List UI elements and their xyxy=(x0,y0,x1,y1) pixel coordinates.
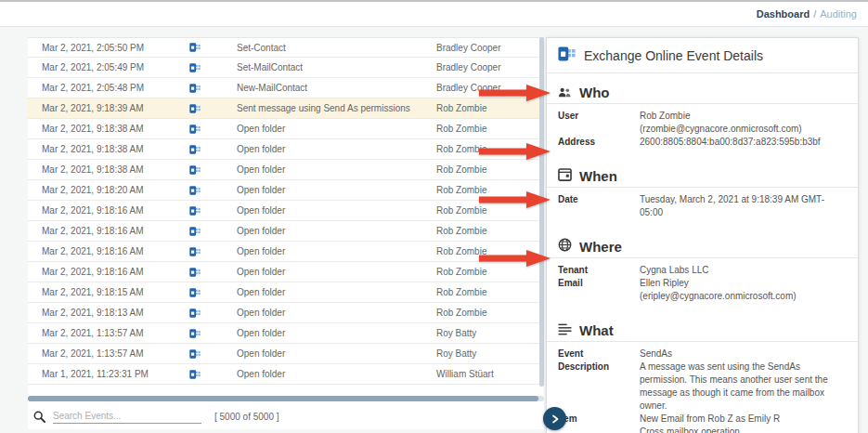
field-value-line: Tuesday, March 2, 2021 at 9:18:39 AM GMT… xyxy=(640,193,847,219)
section-who: Who User Rob Zombie (rzombie@cygnacore.o… xyxy=(547,82,858,157)
event-name: New-MailContact xyxy=(237,83,436,93)
table-row[interactable]: Mar 2, 2021, 2:05:49 PM Set-MailContactB… xyxy=(28,58,544,78)
event-details-panel: Exchange Online Event Details Who User R… xyxy=(546,37,859,433)
breadcrumb-dashboard[interactable]: Dashboard xyxy=(757,8,810,20)
exchange-icon xyxy=(189,145,201,154)
section-fields: User Rob Zombie (rzombie@cygnacore.onmic… xyxy=(547,104,858,157)
table-row[interactable]: Mar 2, 2021, 2:05:50 PM Set-ContactBradl… xyxy=(28,37,544,58)
table-row[interactable]: Mar 2, 2021, 9:18:16 AM Open folderRob Z… xyxy=(28,201,544,221)
field-value-line: Rob Zombie (rzombie@cygnacore.onmicrosof… xyxy=(640,110,847,136)
field-row: Item New Email from Rob Z as Emily RCros… xyxy=(558,413,847,433)
red-arrow-where xyxy=(479,190,551,209)
search-icon xyxy=(33,411,45,423)
event-user: Rob Zombie xyxy=(436,287,544,297)
event-timestamp: Mar 2, 2021, 1:13:57 AM xyxy=(42,328,153,338)
event-user: Rob Zombie xyxy=(436,103,544,113)
event-timestamp: Mar 2, 2021, 9:18:15 AM xyxy=(42,287,153,297)
section-header: What xyxy=(547,320,858,342)
horizontal-scrollbar-thumb[interactable] xyxy=(28,396,538,401)
field-label: Item xyxy=(558,413,640,433)
section-fields: Date Tuesday, March 2, 2021 at 9:18:39 A… xyxy=(547,188,858,228)
section-header: When xyxy=(547,165,858,188)
exchange-icon xyxy=(189,349,201,359)
exchange-icon xyxy=(189,206,201,216)
event-name: Open folder xyxy=(237,226,436,236)
calendar-icon xyxy=(558,167,572,185)
field-row: Address 2600:8805:8804:ba00:8d37:a823:59… xyxy=(558,136,847,149)
table-row[interactable]: Mar 2, 2021, 9:18:39 AM Sent message usi… xyxy=(28,98,544,119)
event-timestamp: Mar 2, 2021, 9:18:13 AM xyxy=(42,308,153,318)
field-label: Description xyxy=(558,361,640,413)
field-value: Tuesday, March 2, 2021 at 9:18:39 AM GMT… xyxy=(640,193,847,219)
event-timestamp: Mar 2, 2021, 2:05:49 PM xyxy=(42,62,153,72)
section-what: What Event SendAs Description A message … xyxy=(547,320,858,433)
table-row[interactable]: Mar 2, 2021, 9:18:38 AM Open folderRob Z… xyxy=(28,139,544,160)
field-row: Event SendAs xyxy=(558,348,847,361)
event-timestamp: Mar 1, 2021, 11:23:31 PM xyxy=(42,369,153,379)
event-user: Roy Batty xyxy=(436,348,544,359)
event-name: Open folder xyxy=(237,267,436,277)
event-timestamp: Mar 2, 2021, 9:18:16 AM xyxy=(42,205,153,216)
table-row[interactable]: Mar 1, 2021, 11:23:31 PM Open folderWill… xyxy=(28,364,544,385)
field-label: Email xyxy=(558,277,640,303)
field-value-line: A message was sent using the SendAs perm… xyxy=(640,361,847,413)
exchange-icon xyxy=(189,125,201,134)
event-timestamp: Mar 2, 2021, 2:05:50 PM xyxy=(42,43,153,53)
red-arrow-when xyxy=(479,142,551,161)
events-count: [ 5000 of 5000 ] xyxy=(214,412,279,422)
exchange-icon xyxy=(189,227,201,236)
next-page-button[interactable] xyxy=(543,407,566,430)
event-name: Open folder xyxy=(237,348,436,359)
event-timestamp: Mar 2, 2021, 9:18:39 AM xyxy=(42,103,153,113)
horizontal-scrollbar[interactable] xyxy=(28,396,544,401)
people-icon xyxy=(558,85,572,101)
table-row[interactable]: Mar 2, 2021, 9:18:16 AM Open folderRob Z… xyxy=(28,221,544,242)
exchange-icon xyxy=(189,247,201,256)
field-value-line: Cross mailbox operation xyxy=(640,426,847,433)
event-name: Open folder xyxy=(237,164,436,175)
search-events-input[interactable] xyxy=(53,409,201,424)
event-name: Open folder xyxy=(237,328,436,338)
event-name: Open folder xyxy=(237,124,436,134)
globe-icon xyxy=(558,238,572,256)
exchange-icon xyxy=(189,308,201,318)
table-row[interactable]: Mar 2, 2021, 9:18:16 AM Open folderRob Z… xyxy=(28,242,544,262)
event-timestamp: Mar 2, 2021, 9:18:16 AM xyxy=(42,267,153,277)
event-name: Open folder xyxy=(237,287,436,297)
event-name: Open folder xyxy=(237,144,436,154)
table-row[interactable]: Mar 2, 2021, 9:18:38 AM Open folderRob Z… xyxy=(28,119,544,139)
table-row[interactable]: Mar 2, 2021, 9:18:15 AM Open folderRob Z… xyxy=(28,282,544,303)
table-row[interactable]: Mar 2, 2021, 2:05:48 PM New-MailContactB… xyxy=(28,78,544,98)
table-footer: [ 5000 of 5000 ] xyxy=(28,403,544,429)
section-title: Where xyxy=(579,239,622,255)
table-body: Mar 2, 2021, 2:05:50 PM Set-ContactBradl… xyxy=(28,37,544,385)
events-table: Mar 2, 2021, 2:05:50 PM Set-ContactBradl… xyxy=(28,37,544,429)
table-row[interactable]: Mar 2, 2021, 9:18:16 AM Open folderRob Z… xyxy=(28,262,544,282)
event-name: Set-Contact xyxy=(237,43,436,53)
section-header: Who xyxy=(547,82,858,104)
field-value: Rob Zombie (rzombie@cygnacore.onmicrosof… xyxy=(640,110,847,136)
table-row[interactable]: Mar 2, 2021, 9:18:38 AM Open folderRob Z… xyxy=(28,160,544,180)
field-label: Tenant xyxy=(558,264,640,277)
table-row[interactable]: Mar 2, 2021, 9:18:13 AM Open folderRob Z… xyxy=(28,303,544,323)
event-user: Bradley Cooper xyxy=(436,43,544,53)
event-user: Rob Zombie xyxy=(436,164,544,175)
event-user: Rob Zombie xyxy=(436,267,544,277)
exchange-icon xyxy=(189,186,201,195)
event-timestamp: Mar 2, 2021, 9:18:16 AM xyxy=(42,226,153,236)
event-user: Rob Zombie xyxy=(436,308,544,318)
field-row: Date Tuesday, March 2, 2021 at 9:18:39 A… xyxy=(558,193,847,219)
table-row[interactable]: Mar 2, 2021, 1:13:57 AM Open folderRoy B… xyxy=(28,323,544,344)
event-user: William Stüart xyxy=(436,369,544,379)
exchange-icon xyxy=(189,165,201,175)
exchange-icon xyxy=(189,104,201,113)
field-row: User Rob Zombie (rzombie@cygnacore.onmic… xyxy=(558,110,847,136)
table-row[interactable]: Mar 2, 2021, 1:13:57 AM Open folderRoy B… xyxy=(28,344,544,364)
event-name: Open folder xyxy=(237,308,436,318)
top-bar: Dashboard / Auditing xyxy=(0,0,868,27)
section-when: When Date Tuesday, March 2, 2021 at 9:18… xyxy=(547,165,858,228)
panel-title: Exchange Online Event Details xyxy=(584,48,763,63)
table-row[interactable]: Mar 2, 2021, 9:18:20 AM Open folderRob Z… xyxy=(28,180,544,201)
event-timestamp: Mar 2, 2021, 9:18:38 AM xyxy=(42,124,153,134)
event-timestamp: Mar 2, 2021, 9:18:38 AM xyxy=(42,164,153,175)
